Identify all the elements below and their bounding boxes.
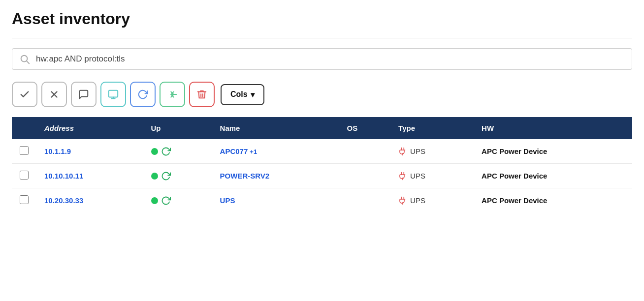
address-link[interactable]: 10.20.30.33	[44, 196, 83, 205]
type-label: UPS	[410, 172, 425, 180]
row-checkbox[interactable]	[20, 195, 29, 204]
name-cell: UPS	[212, 188, 339, 213]
table-row: 10.20.30.33UPSUPSAPC Power Device	[12, 188, 632, 213]
sync-icon	[161, 171, 171, 181]
os-cell	[339, 139, 390, 164]
screen-button[interactable]	[100, 82, 126, 107]
col-up: Up	[143, 117, 212, 139]
cancel-button[interactable]	[41, 82, 67, 107]
col-hw: HW	[474, 117, 632, 139]
plug-icon	[398, 172, 407, 181]
cols-label: Cols	[230, 90, 248, 99]
name-link[interactable]: UPS	[220, 196, 235, 205]
col-type: Type	[390, 117, 474, 139]
cols-chevron-icon: ▾	[251, 90, 255, 99]
os-cell	[339, 188, 390, 213]
sync-icon	[161, 147, 171, 156]
type-cell: UPS	[390, 188, 474, 213]
row-checkbox-cell	[12, 164, 36, 188]
row-checkbox-cell	[12, 188, 36, 213]
plug-icon	[398, 147, 407, 156]
col-os: OS	[339, 117, 390, 139]
cols-button[interactable]: Cols ▾	[221, 84, 264, 105]
name-cell: APC077+1	[212, 139, 339, 164]
address-link[interactable]: 10.1.1.9	[44, 147, 71, 155]
up-cell	[143, 188, 212, 213]
svg-rect-4	[109, 90, 118, 97]
table-row: 10.10.10.11POWER-SRV2UPSAPC Power Device	[12, 164, 632, 188]
name-cell: POWER-SRV2	[212, 164, 339, 188]
up-cell	[143, 164, 212, 188]
row-checkbox[interactable]	[20, 146, 29, 155]
address-cell: 10.10.10.11	[36, 164, 143, 188]
type-cell: UPS	[390, 139, 474, 164]
col-checkbox	[12, 117, 36, 139]
hw-cell: APC Power Device	[474, 139, 632, 164]
page-title: Asset inventory	[12, 10, 632, 28]
row-checkbox[interactable]	[20, 171, 29, 180]
col-name: Name	[212, 117, 339, 139]
asset-table: Address Up Name OS Type HW 10.1.1.9APC07…	[12, 117, 632, 212]
hw-cell: APC Power Device	[474, 188, 632, 213]
hw-value: APC Power Device	[482, 196, 547, 205]
search-input[interactable]	[36, 54, 625, 64]
search-icon	[19, 54, 30, 64]
comment-button[interactable]	[71, 82, 97, 107]
up-cell	[143, 139, 212, 164]
table-row: 10.1.1.9APC077+1UPSAPC Power Device	[12, 139, 632, 164]
type-cell: UPS	[390, 164, 474, 188]
os-cell	[339, 164, 390, 188]
type-label: UPS	[410, 196, 425, 205]
hw-value: APC Power Device	[482, 147, 547, 155]
refresh-button[interactable]	[130, 82, 156, 107]
svg-line-1	[27, 61, 29, 63]
address-cell: 10.20.30.33	[36, 188, 143, 213]
collapse-button[interactable]	[160, 82, 185, 107]
up-status-dot	[151, 148, 158, 155]
hw-value: APC Power Device	[482, 172, 547, 180]
type-label: UPS	[410, 147, 425, 155]
sync-icon	[161, 196, 171, 206]
toolbar: Cols ▾	[12, 82, 632, 107]
up-status-dot	[151, 197, 158, 204]
name-link[interactable]: APC077	[220, 147, 248, 155]
confirm-button[interactable]	[12, 82, 37, 107]
row-checkbox-cell	[12, 139, 36, 164]
address-link[interactable]: 10.10.10.11	[44, 172, 83, 180]
address-cell: 10.1.1.9	[36, 139, 143, 164]
up-status-dot	[151, 173, 158, 180]
col-address: Address	[36, 117, 143, 139]
plug-icon	[398, 196, 407, 205]
hw-cell: APC Power Device	[474, 164, 632, 188]
delete-button[interactable]	[189, 82, 215, 107]
search-bar	[12, 48, 632, 70]
name-link[interactable]: POWER-SRV2	[220, 172, 270, 180]
divider	[12, 38, 632, 38]
name-extra-badge: +1	[250, 148, 257, 155]
table-header-row: Address Up Name OS Type HW	[12, 117, 632, 139]
